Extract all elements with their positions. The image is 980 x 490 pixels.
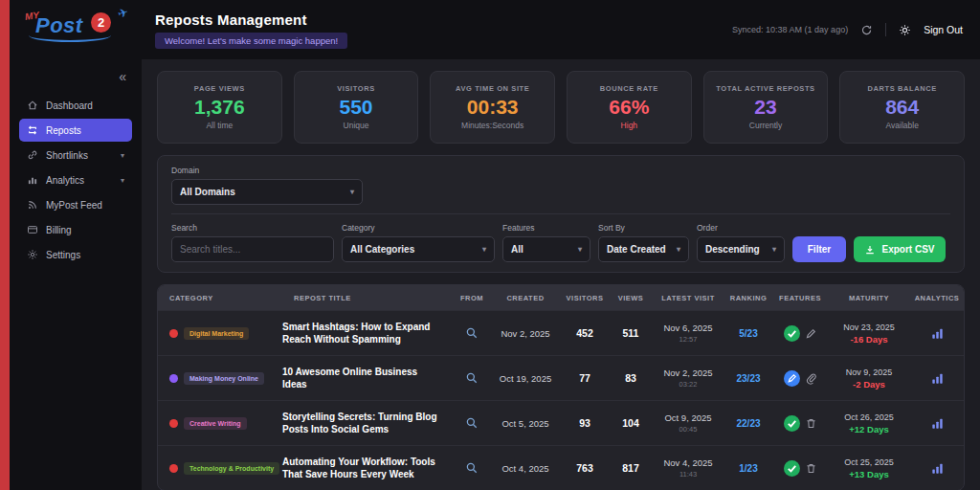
chevron-down-icon: ▾ [772, 245, 776, 254]
sidebar-collapse-button[interactable]: « [10, 59, 142, 92]
repost-title[interactable]: Smart Hashtags: How to Expand Reach With… [282, 321, 453, 345]
latest-time: 03:22 [679, 380, 698, 389]
check-icon[interactable] [784, 325, 800, 342]
analytics-icon[interactable] [930, 461, 945, 476]
category-dot [169, 329, 178, 338]
sidebar-item-label: Billing [46, 225, 72, 235]
visitors-cell: 77 [560, 372, 610, 384]
header-right: Synced: 10:38 AM (1 day ago) Sign Out [732, 0, 980, 59]
stat-label: BOUNCE RATE [600, 84, 658, 93]
export-csv-button[interactable]: Export CSV [854, 236, 946, 262]
sidebar-item-label: Dashboard [46, 100, 93, 111]
features-cell [772, 325, 828, 342]
sidebar-item-billing[interactable]: Billing [19, 218, 132, 241]
visitors-cell: 452 [560, 327, 610, 339]
category-dot [169, 464, 178, 473]
from-preview-icon[interactable] [465, 416, 479, 430]
filter-button[interactable]: Filter [792, 236, 846, 262]
pencil-icon[interactable] [805, 327, 817, 340]
stat-label: DARTS BALANCE [868, 84, 937, 93]
check-icon[interactable] [784, 415, 800, 432]
order-select[interactable]: Descending ▾ [697, 236, 785, 262]
trash-icon[interactable] [805, 417, 817, 430]
from-preview-icon[interactable] [465, 326, 479, 340]
sidebar-item-dashboard[interactable]: Dashboard [19, 94, 132, 117]
theme-toggle-icon[interactable] [899, 24, 911, 36]
table-row[interactable]: Making Money Online 10 Awesome Online Bu… [158, 355, 964, 400]
download-icon [864, 244, 876, 256]
category-dot [169, 419, 178, 428]
sidebar-item-analytics[interactable]: Analytics ▾ [19, 168, 132, 191]
welcome-banner: Welcome! Let's make some magic happen! [155, 33, 347, 49]
chevron-down-icon: ▾ [482, 245, 486, 254]
chevron-down-icon: ▾ [578, 245, 582, 254]
sidebar-item-shortlinks[interactable]: Shortlinks ▾ [19, 144, 132, 167]
repeat-icon [27, 124, 38, 136]
stat-card: AVG TIME ON SITE 00:33 Minutes:Seconds [430, 71, 555, 144]
order-label: Order [697, 223, 785, 233]
search-input[interactable] [171, 236, 334, 262]
table-header-cell: FEATURES [772, 294, 828, 302]
clip-icon[interactable] [805, 372, 817, 385]
search-label: Search [171, 223, 334, 233]
table-row[interactable]: Creative Writing Storytelling Secrets: T… [158, 400, 964, 445]
category-label: Category [342, 223, 495, 233]
repost-title[interactable]: Automating Your Workflow: Tools That Sav… [282, 456, 453, 480]
latest-date: Oct 9, 2025 [664, 412, 711, 423]
maturity-delta: +13 Days [849, 469, 888, 479]
chevron-down-icon: ▾ [677, 245, 680, 254]
check-icon[interactable] [784, 460, 800, 477]
ranking-cell[interactable]: 22/23 [724, 418, 772, 429]
repost-title[interactable]: Storytelling Secrets: Turning Blog Posts… [282, 411, 453, 435]
analytics-icon[interactable] [930, 371, 945, 386]
from-preview-icon[interactable] [465, 371, 479, 385]
sidebar-item-reposts[interactable]: Reposts [19, 119, 132, 142]
maturity-delta: +12 Days [849, 424, 888, 434]
maturity-date: Oct 25, 2025 [844, 457, 894, 467]
views-cell: 104 [610, 417, 652, 429]
stat-card: BOUNCE RATE 66% High [567, 71, 692, 144]
trash-icon[interactable] [805, 462, 817, 475]
sign-out-button[interactable]: Sign Out [924, 24, 963, 35]
features-cell [772, 460, 828, 477]
from-preview-icon[interactable] [465, 461, 479, 475]
domain-label: Domain [171, 166, 950, 175]
billing-icon [27, 224, 38, 235]
app-logo[interactable]: MY Post 2 ✈ [10, 0, 142, 59]
sidebar-item-label: Analytics [46, 175, 84, 186]
refresh-icon[interactable] [860, 24, 873, 36]
table-header-cell: ANALYTICS [910, 294, 964, 302]
category-select[interactable]: All Categories ▾ [342, 236, 495, 262]
sidebar-item-label: Settings [46, 250, 80, 260]
analytics-icon[interactable] [930, 326, 945, 341]
sidebar-item-mypost-feed[interactable]: MyPost Feed [19, 193, 132, 216]
sync-status: Synced: 10:38 AM (1 day ago) [732, 25, 848, 34]
chevron-down-icon: ▾ [121, 151, 124, 160]
domain-select[interactable]: All Domains ▾ [171, 179, 363, 205]
table-header-cell: CREATED [491, 294, 560, 302]
table-header-cell: FROM [453, 294, 491, 302]
sort-by-select[interactable]: Date Created ▾ [598, 236, 689, 262]
sidebar-item-settings[interactable]: Settings [19, 243, 132, 266]
stat-value: 864 [885, 97, 919, 117]
stat-sub: Unique [344, 121, 369, 130]
stat-label: PAGE VIEWS [194, 84, 245, 93]
stat-card: VISITORS 550 Unique [294, 71, 419, 144]
domain-select-value: All Domains [180, 187, 235, 197]
header-divider [885, 23, 886, 36]
analytics-icon[interactable] [930, 416, 945, 431]
category-badge: Creative Writing [184, 417, 247, 430]
reposts-table: CATEGORYREPOST TITLEFROMCREATEDVISITORSV… [157, 284, 965, 490]
ranking-cell[interactable]: 1/23 [724, 463, 772, 474]
repost-title[interactable]: 10 Awesome Online Business Ideas [282, 366, 453, 390]
ranking-cell[interactable]: 5/23 [724, 328, 772, 339]
sidebar-nav: Dashboard Reposts Shortlinks ▾ Analytics… [10, 94, 142, 266]
edit-icon[interactable] [784, 370, 800, 387]
table-row[interactable]: Digital Marketing Smart Hashtags: How to… [158, 310, 964, 355]
ranking-cell[interactable]: 23/23 [724, 373, 772, 384]
table-header-cell: VISITORS [560, 294, 610, 302]
stat-value: 23 [754, 97, 776, 117]
features-select[interactable]: All ▾ [502, 236, 590, 262]
table-row[interactable]: Technology & Productivity Automating You… [158, 445, 964, 490]
table-header-cell: LATEST VISIT [652, 294, 724, 302]
